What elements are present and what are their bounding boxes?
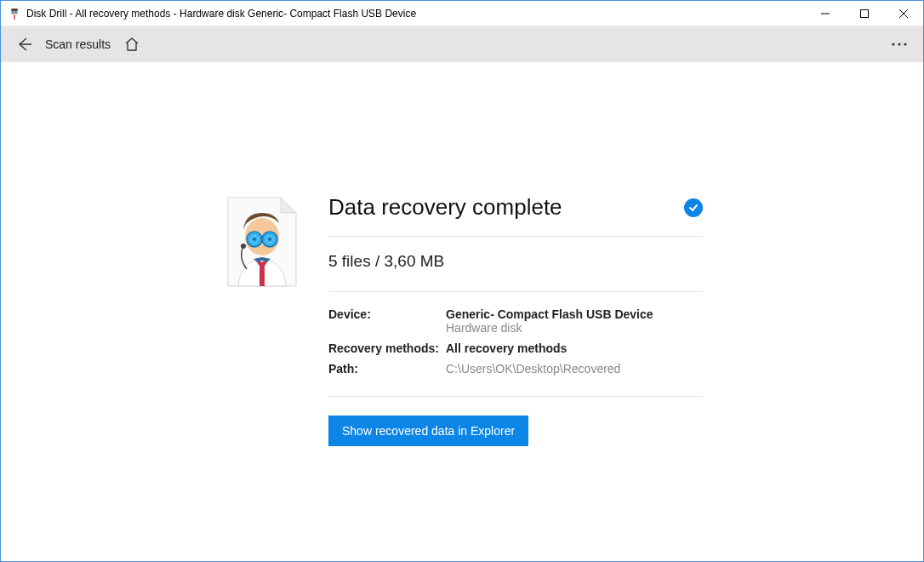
- svg-point-19: [269, 238, 271, 241]
- show-in-explorer-button[interactable]: Show recovered data in Explorer: [328, 416, 528, 446]
- svg-rect-1: [11, 9, 18, 11]
- doctor-illustration-icon: [221, 194, 303, 288]
- close-button[interactable]: [884, 1, 923, 26]
- svg-point-18: [254, 238, 256, 241]
- svg-point-10: [892, 43, 894, 45]
- window-titlebar: Disk Drill - All recovery methods - Hard…: [1, 1, 923, 26]
- minimize-button[interactable]: [806, 1, 845, 26]
- result-header: Data recovery complete: [328, 194, 703, 237]
- info-row-methods: Recovery methods: All recovery methods: [328, 338, 703, 358]
- result-summary: 5 files / 3,60 MB: [328, 237, 703, 292]
- app-icon: [8, 7, 21, 20]
- device-value: Generic- Compact Flash USB Device Hardwa…: [446, 307, 703, 335]
- svg-point-2: [12, 11, 14, 14]
- svg-rect-7: [861, 9, 869, 17]
- action-row: Show recovered data in Explorer: [328, 397, 703, 446]
- home-button[interactable]: [123, 35, 141, 54]
- content-area: Data recovery complete 5 files / 3,60 MB…: [1, 62, 923, 446]
- device-name: Generic- Compact Flash USB Device: [446, 307, 703, 321]
- methods-label: Recovery methods:: [328, 341, 446, 355]
- breadcrumb: Scan results: [45, 37, 111, 51]
- window-title: Disk Drill - All recovery methods - Hard…: [26, 8, 806, 20]
- svg-rect-5: [14, 15, 14, 20]
- info-row-path: Path: C:\Users\OK\Desktop\Recovered: [328, 358, 703, 379]
- device-type: Hardware disk: [446, 321, 703, 335]
- svg-rect-21: [260, 267, 265, 286]
- maximize-button[interactable]: [845, 1, 884, 26]
- device-label: Device:: [328, 307, 446, 321]
- path-value: C:\Users\OK\Desktop\Recovered: [446, 362, 703, 376]
- toolbar: Scan results: [1, 26, 923, 62]
- window-controls: [806, 1, 923, 26]
- success-check-icon: [684, 198, 703, 217]
- result-info-table: Device: Generic- Compact Flash USB Devic…: [328, 292, 703, 397]
- result-details: Data recovery complete 5 files / 3,60 MB…: [328, 194, 703, 446]
- back-button[interactable]: [14, 35, 33, 54]
- path-label: Path:: [328, 362, 446, 376]
- svg-point-11: [898, 43, 900, 45]
- result-heading: Data recovery complete: [328, 194, 562, 221]
- svg-point-3: [15, 11, 18, 14]
- methods-value: All recovery methods: [446, 341, 703, 355]
- more-button[interactable]: [889, 34, 910, 54]
- result-card: Data recovery complete 5 files / 3,60 MB…: [221, 194, 703, 446]
- svg-point-12: [904, 43, 906, 45]
- info-row-device: Device: Generic- Compact Flash USB Devic…: [328, 304, 703, 338]
